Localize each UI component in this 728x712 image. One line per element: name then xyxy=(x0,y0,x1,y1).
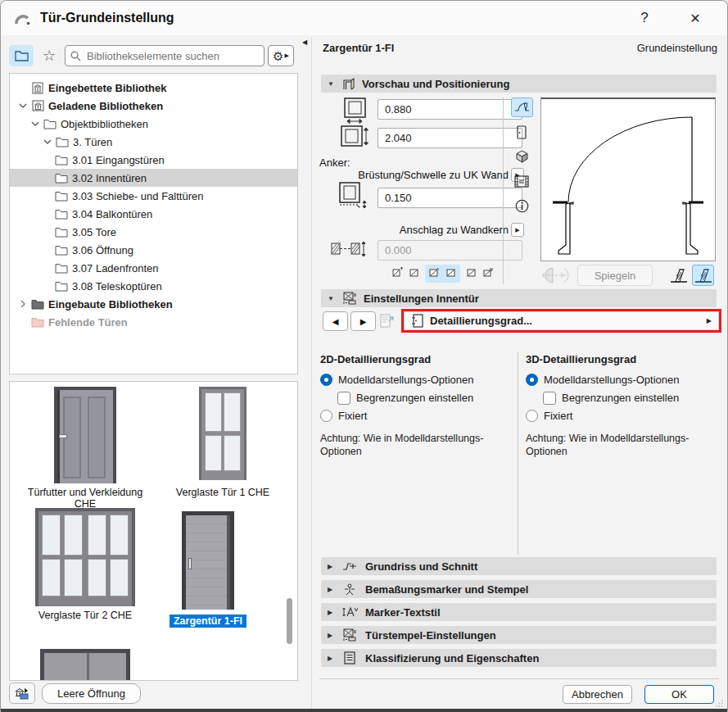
plan-view-button[interactable] xyxy=(511,98,533,117)
option-limits-2d[interactable]: Begrenzungen einstellen xyxy=(337,391,515,405)
tree-item-label: Geladene Bibliotheken xyxy=(48,100,163,112)
loaded-library-icon xyxy=(29,100,46,111)
thumbnail-partial-bottom[interactable] xyxy=(20,649,151,681)
favorites-button[interactable]: ☆ xyxy=(37,45,61,66)
library-search[interactable] xyxy=(65,45,265,66)
tree-item-built-in-libraries[interactable]: Eingebaute Bibliotheken xyxy=(10,295,297,313)
tree-item-308-teleskoptueren[interactable]: 3.08 Teleskoptüren xyxy=(10,277,297,295)
empty-opening-button[interactable]: Leere Öffnung xyxy=(42,683,141,704)
radio-selected[interactable] xyxy=(320,374,332,386)
previous-page-button[interactable]: ◀ xyxy=(323,311,348,331)
chevron-down-icon[interactable] xyxy=(41,139,54,144)
chevron-down-icon[interactable] xyxy=(29,121,42,126)
section-title: Vorschau und Positionierung xyxy=(362,78,509,90)
thumbnail-zargentuer-selected[interactable]: Zargentür 1-Fl xyxy=(156,508,260,628)
door-plan-preview[interactable] xyxy=(540,98,716,261)
3d-view-button[interactable] xyxy=(511,147,533,166)
radio-unselected[interactable] xyxy=(526,410,538,422)
section-view-button[interactable] xyxy=(511,171,533,191)
library-tree: Eingebettete Bibliothek Geladene Bibliot… xyxy=(9,73,298,374)
option-model-view-3d[interactable]: Modelldarstellungs-Optionen xyxy=(526,373,721,387)
tree-item-306-oeffnung[interactable]: 3.06 Öffnung xyxy=(10,241,297,259)
thumbnail-verglaste-tuer-1[interactable]: Verglaste Tür 1 CHE xyxy=(157,387,288,498)
dialog-title: Tür-Grundeinstellung xyxy=(40,11,174,25)
anchor-option-2[interactable] xyxy=(409,267,419,280)
detail-level-dropdown[interactable]: Detaillierungsgrad... ▶ xyxy=(404,311,719,330)
anchor-option-6[interactable] xyxy=(482,267,493,280)
door-preview-image xyxy=(182,511,234,610)
door-height-input[interactable]: 2.040 xyxy=(378,128,522,148)
option-label: Begrenzungen einstellen xyxy=(562,392,679,404)
transfer-settings-icon[interactable] xyxy=(379,313,396,332)
info-button[interactable] xyxy=(511,196,533,215)
tree-item-304-balkontueren[interactable]: 3.04 Balkontüren xyxy=(10,205,297,223)
door-width-input[interactable]: 0.880 xyxy=(378,99,522,120)
tree-item-302-innentueren[interactable]: 3.02 Innentüren xyxy=(10,169,297,187)
folder-view-button[interactable] xyxy=(9,45,34,66)
section-marker-text-style[interactable]: ▶ Marker-Textstil xyxy=(321,603,717,621)
folder-icon xyxy=(53,155,70,166)
tree-item-object-libraries[interactable]: Objektbibliotheken xyxy=(10,115,297,133)
mirror-button[interactable]: Spiegeln xyxy=(577,265,653,286)
mirror-row: Spiegeln xyxy=(541,265,653,286)
section-preview-positioning[interactable]: ▼ Vorschau und Positionierung xyxy=(321,75,717,93)
door-swing-right-icon xyxy=(694,267,712,283)
option-model-view-2d[interactable]: Modelldarstellungs-Optionen xyxy=(320,373,515,387)
anchor-option-1[interactable] xyxy=(392,267,403,280)
section-door-stamp-settings[interactable]: ▶ Türstempel-Einstellungen xyxy=(321,626,717,644)
thumbnail-tuerfutter[interactable]: Türfutter und Verkleidung CHE xyxy=(20,387,151,510)
folder-icon xyxy=(53,281,70,292)
warning-note: Achtung: Wie in Modelldarstellungs-Optio… xyxy=(320,433,484,458)
folder-icon xyxy=(54,137,70,147)
close-button[interactable]: ✕ xyxy=(678,6,712,30)
dimension-marker-icon xyxy=(341,583,358,596)
tree-item-301-eingangstueren[interactable]: 3.01 Eingangstüren xyxy=(10,151,297,169)
gallery-scrollbar[interactable] xyxy=(287,598,292,644)
search-input[interactable] xyxy=(85,49,249,63)
resize-grip[interactable] xyxy=(716,699,724,707)
tree-item-305-tore[interactable]: 3.05 Tore xyxy=(10,223,297,241)
cancel-button[interactable]: Abbrechen xyxy=(563,685,632,704)
ok-button[interactable]: OK xyxy=(644,685,714,704)
chevron-down-icon[interactable] xyxy=(16,103,29,108)
sill-anchor-input[interactable]: 0.150 xyxy=(378,188,522,208)
checkbox-unchecked[interactable] xyxy=(543,392,556,405)
section-dimension-marker[interactable]: ▶ Bemaßungsmarker und Stempel xyxy=(321,580,717,598)
collapse-pane-icon[interactable]: ◀ xyxy=(302,39,307,46)
load-library-button[interactable] xyxy=(9,683,35,704)
tree-item-307-ladenfronten[interactable]: 3.07 Ladenfronten xyxy=(10,259,297,277)
swing-left-button[interactable] xyxy=(667,265,690,286)
option-limits-3d[interactable]: Begrenzungen einstellen xyxy=(543,391,721,405)
section-floor-plan-section[interactable]: ▶ Grundriss und Schnitt xyxy=(321,557,717,575)
option-fixed-2d[interactable]: Fixiert xyxy=(320,409,515,423)
reveal-anchor-flyout-button[interactable]: ▶ xyxy=(511,223,524,237)
swing-right-button[interactable] xyxy=(692,265,714,286)
radio-unselected[interactable] xyxy=(320,410,332,422)
film-strip-icon xyxy=(514,175,529,188)
tree-item-label: 3.06 Öffnung xyxy=(72,244,133,256)
folder-icon xyxy=(42,119,58,129)
section-classification-properties[interactable]: ▶ Klassifizierung und Eigenschaften xyxy=(321,649,717,667)
pane-divider[interactable] xyxy=(311,37,312,709)
help-button[interactable]: ? xyxy=(627,6,662,30)
plan-view-icon xyxy=(514,102,530,113)
collapse-triangle-icon: ▼ xyxy=(328,80,336,88)
tree-item-loaded-libraries[interactable]: Geladene Bibliotheken xyxy=(10,97,297,115)
section-inner-door-settings[interactable]: ▼ Einstellungen Innentür xyxy=(321,289,717,307)
thumbnail-verglaste-tuer-2[interactable]: Verglaste Tür 2 CHE xyxy=(20,508,151,621)
chevron-right-icon[interactable] xyxy=(16,300,29,308)
tree-item-3-tueren[interactable]: 3. Türen xyxy=(10,133,297,151)
option-fixed-3d[interactable]: Fixiert xyxy=(526,409,721,423)
tree-item-303-schiebe-falttueren[interactable]: 3.03 Schiebe- und Falttüren xyxy=(10,187,297,205)
next-page-button[interactable]: ▶ xyxy=(350,311,376,331)
checkbox-unchecked[interactable] xyxy=(337,392,350,405)
column-title: 2D-Detaillierungsgrad xyxy=(320,353,515,365)
radio-selected[interactable] xyxy=(526,374,538,386)
elevation-view-button[interactable] xyxy=(511,122,533,142)
anchor-option-3[interactable] xyxy=(429,267,440,280)
anchor-option-4[interactable] xyxy=(445,267,456,280)
library-options-button[interactable]: ⚙ ▶ xyxy=(268,45,294,66)
tree-item-missing-doors[interactable]: Fehlende Türen xyxy=(10,313,297,331)
tree-item-embedded-library[interactable]: Eingebettete Bibliothek xyxy=(10,79,297,97)
anchor-option-5[interactable] xyxy=(466,267,477,280)
